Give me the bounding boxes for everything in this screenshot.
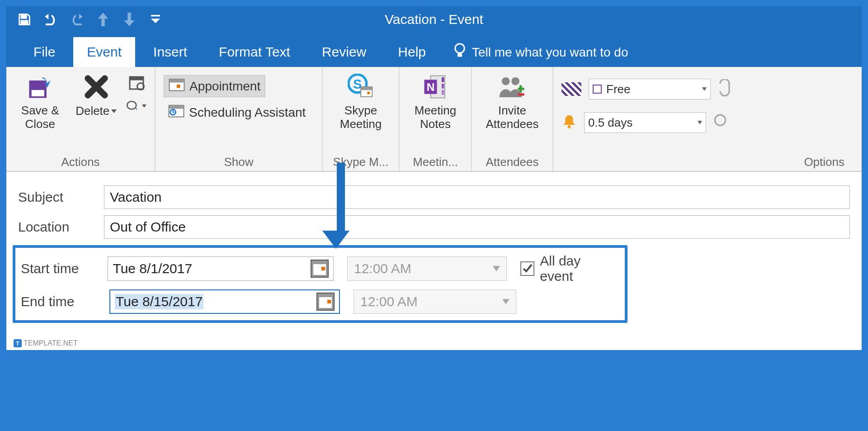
appointment-label: Appointment [189,79,260,94]
show-as-icon [561,82,581,96]
save-icon[interactable] [15,10,33,28]
titlebar: Vacation - Event [6,6,862,33]
group-attendees: InviteAttendees Attendees [472,67,553,171]
svg-rect-1 [21,21,28,25]
delete-button[interactable]: Delete [75,72,118,118]
start-time-label: Start time [15,261,94,276]
svg-rect-23 [442,84,444,89]
svg-point-28 [511,77,519,85]
meeting-notes-button[interactable]: N MeetingNotes [408,72,463,131]
outlook-event-window: Vacation - Event File Event Insert Forma… [5,5,863,351]
undo-icon[interactable] [42,10,60,28]
location-input[interactable]: Out of Office [104,215,850,239]
tab-event[interactable]: Event [73,37,135,67]
svg-rect-22 [442,77,444,82]
more-icon[interactable] [713,113,727,133]
reminder-dropdown[interactable]: 0.5 days [584,112,706,133]
free-color-icon [593,85,602,94]
event-form: Subject Vacation Location Out of Office … [6,172,862,350]
svg-point-9 [127,101,136,109]
appointment-button[interactable]: Appointment [164,75,265,97]
svg-rect-5 [31,90,44,96]
svg-rect-24 [442,90,444,95]
start-date-input[interactable]: Tue 8/1/2017 [108,256,334,281]
chevron-down-icon [502,299,509,304]
chevron-down-icon [493,266,500,271]
end-time-input[interactable]: 12:00 AM [354,289,516,314]
location-label: Location [18,219,104,235]
chevron-down-icon [698,121,702,124]
calendar-small-icon[interactable] [127,72,146,92]
svg-rect-30 [519,85,522,92]
svg-point-27 [502,77,510,85]
annotation-arrow [332,163,350,253]
tell-me-label: Tell me what you want to do [472,45,628,60]
group-notes: N MeetingNotes Meetin... [400,67,472,171]
save-and-close-button[interactable]: Save & Close [14,72,66,131]
attendees-icon [498,72,527,101]
scheduling-label: Scheduling Assistant [189,105,306,120]
recurrence-icon[interactable] [718,79,731,99]
delete-label: Delete [75,104,109,118]
forward-icon[interactable] [127,96,146,116]
all-day-label: All day event [540,253,616,284]
qat-customize-icon[interactable] [146,10,165,28]
tab-help[interactable]: Help [384,37,439,67]
show-as-value: Free [606,82,630,96]
group-actions-label: Actions [14,155,146,169]
tell-me-search[interactable]: Tell me what you want to do [453,43,628,67]
group-options-label: Options [561,155,854,169]
calendar-picker-icon[interactable] [316,293,335,311]
lightbulb-icon [453,43,467,62]
svg-point-3 [455,44,464,53]
svg-text:N: N [427,81,435,93]
end-date-input[interactable]: Tue 8/15/2017 [109,289,340,314]
svg-rect-31 [518,93,524,95]
all-day-checkbox[interactable]: All day event [520,253,616,284]
ribbon-tabs: File Event Insert Format Text Review Hel… [6,33,862,67]
save-close-icon [26,72,55,101]
arrow-up-icon[interactable] [94,10,112,28]
redo-icon[interactable] [68,10,86,28]
chevron-down-icon [111,109,117,113]
group-show: Appointment Scheduling Assistant Show [156,67,323,171]
time-fields-highlight: Start time Tue 8/1/2017 12:00 AM All day… [13,245,627,323]
end-time-label: End time [15,294,96,309]
tab-insert[interactable]: Insert [140,37,201,67]
start-time-input[interactable]: 12:00 AM [347,256,507,281]
subject-label: Subject [18,189,104,205]
arrow-down-icon[interactable] [120,10,138,28]
subject-input[interactable]: Vacation [104,185,850,209]
chevron-down-icon [142,104,146,108]
onenote-icon: N [421,72,450,101]
calendar-icon [169,77,185,95]
checkbox-icon [520,261,534,276]
svg-point-32 [567,125,571,128]
tab-review[interactable]: Review [308,37,380,67]
watermark: TTEMPLATE.NET [14,339,78,347]
tab-format-text[interactable]: Format Text [205,37,304,67]
quick-access-toolbar [6,10,174,28]
group-actions: Save & Close Delete [6,67,156,171]
calendar-picker-icon[interactable] [311,260,329,278]
svg-rect-14 [169,105,184,109]
ribbon: Save & Close Delete [6,67,862,172]
chevron-down-icon [702,87,707,91]
svg-rect-19 [361,87,372,90]
scheduling-icon [168,104,184,121]
group-show-label: Show [164,155,314,169]
group-attendees-label: Attendees [480,155,544,169]
skype-meeting-button[interactable]: S SkypeMeeting [331,72,391,131]
svg-rect-2 [151,15,160,16]
tab-file[interactable]: File [20,37,69,67]
save-close-label: Save & Close [14,104,66,131]
svg-rect-20 [368,92,370,94]
group-options: Free 0.5 days [553,67,862,171]
show-as-dropdown[interactable]: Free [589,79,711,99]
svg-rect-7 [130,77,143,81]
bell-icon [561,114,577,131]
scheduling-assistant-button[interactable]: Scheduling Assistant [164,102,310,123]
group-skype: S SkypeMeeting Skype M... [323,67,400,171]
invite-attendees-button[interactable]: InviteAttendees [480,72,544,131]
skype-icon: S [346,72,375,101]
